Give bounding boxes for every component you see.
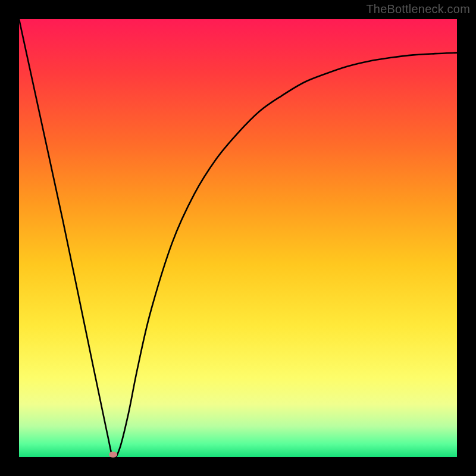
bottleneck-marker <box>109 452 117 458</box>
curve-path <box>19 19 457 458</box>
curve-svg <box>19 19 457 457</box>
plot-area <box>19 19 457 457</box>
chart-frame: TheBottleneck.com <box>0 0 476 476</box>
watermark-label: TheBottleneck.com <box>366 2 470 16</box>
